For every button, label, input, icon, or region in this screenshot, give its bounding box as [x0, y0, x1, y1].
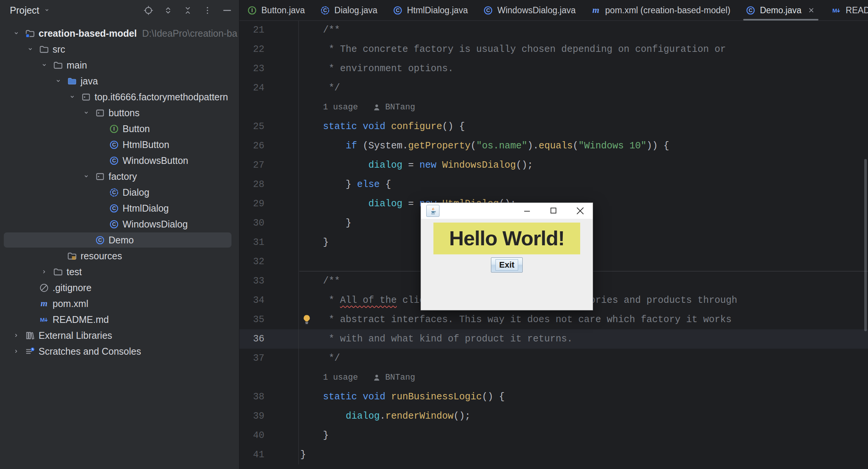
tree-item-src[interactable]: src [0, 41, 239, 57]
code-text: * environment options. [299, 59, 453, 78]
tree-item-windowsbutton[interactable]: CWindowsButton [0, 153, 239, 168]
code-token: ( [573, 140, 578, 151]
usages-author-inlay[interactable]: 1 usageBNTang [299, 368, 415, 387]
line-number[interactable]: 29 [239, 194, 299, 213]
author-icon [372, 103, 381, 112]
minimize-icon[interactable] [522, 206, 532, 216]
tree-item-test[interactable]: test [0, 264, 239, 280]
more-options-icon[interactable] [202, 5, 213, 16]
tree-item-external-libraries[interactable]: External Libraries [0, 327, 239, 343]
line-number[interactable]: 26 [239, 136, 299, 156]
line-number[interactable]: 32 [239, 252, 299, 271]
tree-item-resources[interactable]: resources [0, 248, 239, 264]
chevron-expanded-icon[interactable] [40, 61, 48, 69]
line-number[interactable]: 40 [239, 426, 299, 445]
locate-icon[interactable] [143, 5, 154, 16]
code-token: dialog [368, 198, 402, 209]
tree-item-creation-based-model[interactable]: creation-based-modelD:\IdeaPro\creation-… [0, 25, 239, 41]
tree-item-buttons[interactable]: buttons [0, 105, 239, 121]
collapse-all-icon[interactable] [183, 5, 193, 16]
swing-hello-world-window: Hello World! Exit [421, 203, 593, 310]
code-token: = [402, 198, 419, 209]
project-view-selector[interactable]: Project [10, 5, 51, 16]
tab-readme-md[interactable]: MREADME.md [824, 0, 868, 20]
package-icon [81, 92, 91, 102]
code-line-26: 26 if (System.getProperty("os.name").equ… [239, 136, 868, 156]
tree-item--gitignore[interactable]: .gitignore [0, 280, 239, 296]
line-number[interactable]: 27 [239, 156, 299, 175]
tree-item-pom-xml[interactable]: mpom.xml [0, 296, 239, 312]
line-number[interactable]: 38 [239, 387, 299, 407]
chevron-collapsed-icon[interactable] [40, 268, 48, 276]
maximize-icon[interactable] [549, 206, 559, 216]
line-number[interactable]: 37 [239, 349, 299, 368]
swing-window-titlebar[interactable] [421, 203, 593, 219]
chevron-expanded-icon[interactable] [12, 29, 20, 37]
line-number[interactable]: 25 [239, 117, 299, 136]
markdown-icon: M [39, 315, 49, 325]
tree-item-dialog[interactable]: CDialog [0, 184, 239, 200]
tab-demo-java[interactable]: CDemo.java [738, 0, 824, 20]
usages-hint[interactable]: 1 usage [323, 368, 358, 387]
tab-pom-xml-creation-based-model-[interactable]: mpom.xml (creation-based-model) [583, 0, 738, 20]
tree-item-button[interactable]: IButton [0, 121, 239, 137]
line-number[interactable]: 21 [239, 20, 299, 40]
line-number[interactable] [239, 98, 299, 117]
tree-item-top-it6666-factorymethodpattern[interactable]: top.it6666.factorymethodpattern [0, 89, 239, 105]
line-number[interactable]: 31 [239, 233, 299, 252]
tree-item-readme-md[interactable]: MREADME.md [0, 312, 239, 327]
tree-item-factory[interactable]: factory [0, 168, 239, 184]
line-number[interactable]: 30 [239, 213, 299, 233]
chevron-expanded-icon[interactable] [54, 77, 62, 85]
tab-windowsdialog-java[interactable]: CWindowsDialog.java [475, 0, 583, 20]
chevron-collapsed-icon[interactable] [12, 347, 20, 355]
svg-text:C: C [486, 7, 490, 13]
code-token [357, 391, 363, 402]
line-number[interactable]: 22 [239, 40, 299, 59]
line-number[interactable]: 23 [239, 59, 299, 78]
maven-icon: m [591, 5, 601, 16]
tree-item-htmldialog[interactable]: CHtmlDialog [0, 200, 239, 216]
line-number[interactable]: 34 [239, 291, 299, 310]
author-icon [372, 373, 381, 382]
author-hint[interactable]: BNTang [385, 98, 415, 117]
usages-author-inlay[interactable]: 1 usageBNTang [299, 98, 415, 117]
code-token [357, 121, 363, 132]
swing-window-body: Hello World! Exit [421, 219, 593, 311]
chevron-expanded-icon[interactable] [68, 93, 76, 101]
svg-text:C: C [323, 7, 327, 13]
tree-item-java[interactable]: java [0, 73, 239, 89]
editor-scrollbar-thumb[interactable] [864, 159, 867, 331]
tree-item-windowsdialog[interactable]: CWindowsDialog [0, 216, 239, 232]
tree-item-main[interactable]: main [0, 57, 239, 73]
usages-hint[interactable]: 1 usage [323, 98, 358, 117]
tab-close-icon[interactable] [806, 5, 816, 15]
author-hint[interactable]: BNTang [385, 368, 415, 387]
chevron-expanded-icon[interactable] [26, 45, 34, 53]
expand-all-icon[interactable] [163, 5, 173, 16]
tab-button-java[interactable]: IButton.java [239, 0, 312, 20]
line-number[interactable]: 36 [239, 329, 299, 349]
exit-button[interactable]: Exit [491, 257, 523, 273]
chevron-expanded-icon[interactable] [82, 172, 90, 181]
line-number[interactable]: 39 [239, 407, 299, 426]
intention-lightbulb-icon[interactable] [301, 314, 312, 328]
line-number[interactable]: 33 [239, 271, 299, 291]
code-line-40: 40 } [239, 426, 868, 445]
chevron-collapsed-icon[interactable] [12, 331, 20, 340]
code-line-24: 24 */ [239, 78, 868, 98]
line-number[interactable] [239, 368, 299, 387]
line-number[interactable]: 28 [239, 175, 299, 194]
line-number[interactable]: 41 [239, 445, 299, 464]
tree-item-htmlbutton[interactable]: CHtmlButton [0, 137, 239, 153]
close-icon[interactable] [575, 206, 585, 216]
tree-item-demo[interactable]: CDemo [0, 232, 239, 248]
line-number[interactable]: 35 [239, 310, 299, 329]
tree-item-scratches-and-consoles[interactable]: Scratches and Consoles [0, 343, 239, 359]
hide-panel-icon[interactable] [222, 5, 232, 16]
tab-dialog-java[interactable]: CDialog.java [312, 0, 385, 20]
tab-htmldialog-java[interactable]: CHtmlDialog.java [385, 0, 475, 20]
chevron-expanded-icon[interactable] [82, 109, 90, 117]
tab-label: pom.xml (creation-based-model) [605, 5, 730, 16]
line-number[interactable]: 24 [239, 78, 299, 98]
